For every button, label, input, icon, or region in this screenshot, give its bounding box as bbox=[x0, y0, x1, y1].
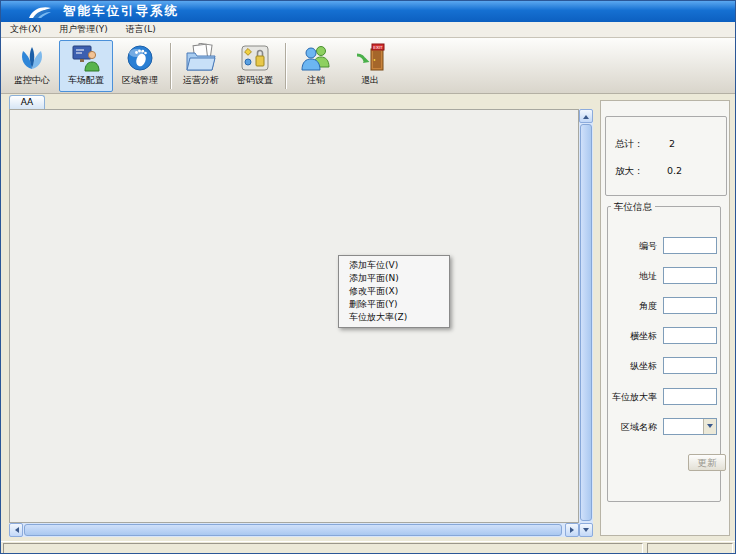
title-bar: 智能车位引导系统 bbox=[1, 1, 735, 22]
stall-info-title: 车位信息 bbox=[611, 201, 655, 214]
tab-strip: AA bbox=[1, 94, 593, 109]
status-bar bbox=[1, 541, 736, 554]
context-item-stall-zoom[interactable]: 车位放大率(Z) bbox=[339, 311, 449, 324]
left-arrow-icon bbox=[12, 527, 19, 533]
context-item-delete-plane[interactable]: 删除平面(Y) bbox=[339, 298, 449, 311]
app-logo-icon bbox=[27, 4, 53, 20]
toolbar-button-operation-analysis[interactable]: 运营分析 bbox=[174, 40, 228, 92]
menu-language[interactable]: 语言(L) bbox=[117, 22, 165, 37]
zoom-value: 0.2 bbox=[667, 165, 682, 176]
angle-input[interactable] bbox=[663, 297, 717, 314]
toolbar-button-label: 注销 bbox=[307, 74, 325, 87]
password-settings-icon bbox=[239, 43, 271, 73]
toolbar-separator bbox=[170, 43, 171, 89]
toolbar-button-label: 运营分析 bbox=[183, 74, 219, 87]
scroll-right-button[interactable] bbox=[565, 523, 579, 537]
context-item-modify-plane[interactable]: 修改平面(X) bbox=[339, 285, 449, 298]
up-arrow-icon bbox=[583, 112, 589, 119]
horizontal-scroll-thumb[interactable] bbox=[24, 524, 562, 536]
toolbar: 监控中心车场配置区域管理运营分析密码设置注销EXIT退出 bbox=[1, 38, 735, 94]
y-coordinate-input[interactable] bbox=[663, 357, 717, 374]
toolbar-button-password-settings[interactable]: 密码设置 bbox=[228, 40, 282, 92]
menu-bar: 文件(X)用户管理(Y)语言(L) bbox=[1, 22, 735, 38]
svg-text:EXIT: EXIT bbox=[373, 44, 383, 49]
x-coordinate-label: 横坐标 bbox=[607, 330, 657, 343]
update-button[interactable]: 更新 bbox=[688, 454, 726, 471]
toolbar-button-monitor-center[interactable]: 监控中心 bbox=[5, 40, 59, 92]
address-label: 地址 bbox=[607, 270, 657, 283]
area-name-label: 区域名称 bbox=[607, 421, 657, 434]
address-input[interactable] bbox=[663, 267, 717, 284]
x-coordinate-input[interactable] bbox=[663, 327, 717, 344]
status-cell-left bbox=[3, 543, 643, 554]
scroll-up-button[interactable] bbox=[579, 109, 593, 123]
stall-id-input[interactable] bbox=[663, 237, 717, 254]
context-item-add-plane[interactable]: 添加平面(N) bbox=[339, 272, 449, 285]
window-title: 智能车位引导系统 bbox=[63, 3, 179, 20]
operation-analysis-icon bbox=[185, 43, 217, 73]
scroll-down-button[interactable] bbox=[579, 523, 593, 537]
horizontal-scrollbar[interactable] bbox=[9, 523, 579, 537]
toolbar-button-logout[interactable]: 注销 bbox=[289, 40, 343, 92]
parking-config-icon bbox=[70, 43, 102, 73]
toolbar-button-area-manage[interactable]: 区域管理 bbox=[113, 40, 167, 92]
stall-zoom-label: 车位放大率 bbox=[607, 391, 657, 404]
toolbar-button-label: 区域管理 bbox=[122, 74, 158, 87]
down-arrow-icon bbox=[583, 528, 589, 535]
vertical-scrollbar[interactable] bbox=[579, 109, 593, 537]
area-name-select[interactable] bbox=[663, 418, 717, 435]
map-canvas[interactable] bbox=[9, 109, 579, 523]
menu-file[interactable]: 文件(X) bbox=[1, 22, 50, 37]
angle-label: 角度 bbox=[607, 300, 657, 313]
dropdown-arrow-icon bbox=[703, 419, 716, 434]
total-label: 总计 : bbox=[615, 138, 640, 151]
menu-user-management[interactable]: 用户管理(Y) bbox=[50, 22, 117, 37]
y-coordinate-label: 纵坐标 bbox=[607, 360, 657, 373]
stats-box bbox=[605, 116, 727, 196]
scroll-left-button[interactable] bbox=[9, 523, 23, 537]
total-value: 2 bbox=[669, 138, 675, 149]
stall-zoom-input[interactable] bbox=[663, 388, 717, 405]
properties-panel: 总计 : 2 放大 : 0.2 车位信息 编号地址角度横坐标纵坐标车位放大率区域… bbox=[593, 94, 736, 541]
status-cell-right bbox=[647, 543, 733, 554]
right-arrow-icon bbox=[570, 527, 577, 533]
toolbar-separator bbox=[285, 43, 286, 89]
toolbar-button-label: 密码设置 bbox=[237, 74, 273, 87]
toolbar-button-exit[interactable]: EXIT退出 bbox=[343, 40, 397, 92]
zoom-label: 放大 : bbox=[615, 165, 640, 178]
toolbar-button-label: 车场配置 bbox=[68, 74, 104, 87]
exit-icon: EXIT bbox=[354, 43, 386, 73]
context-item-add-stall[interactable]: 添加车位(V) bbox=[339, 259, 449, 272]
app-window: 智能车位引导系统 文件(X)用户管理(Y)语言(L) 监控中心车场配置区域管理运… bbox=[0, 0, 736, 554]
monitor-center-icon bbox=[16, 43, 48, 73]
toolbar-button-label: 退出 bbox=[361, 74, 379, 87]
toolbar-button-parking-config[interactable]: 车场配置 bbox=[59, 40, 113, 92]
toolbar-button-label: 监控中心 bbox=[14, 74, 50, 87]
tab-aa[interactable]: AA bbox=[9, 95, 45, 109]
stall-id-label: 编号 bbox=[607, 240, 657, 253]
logout-icon bbox=[300, 43, 332, 73]
area-manage-icon bbox=[124, 43, 156, 73]
vertical-scroll-thumb[interactable] bbox=[580, 124, 592, 521]
context-menu: 添加车位(V)添加平面(N)修改平面(X)删除平面(Y)车位放大率(Z) bbox=[338, 255, 450, 328]
